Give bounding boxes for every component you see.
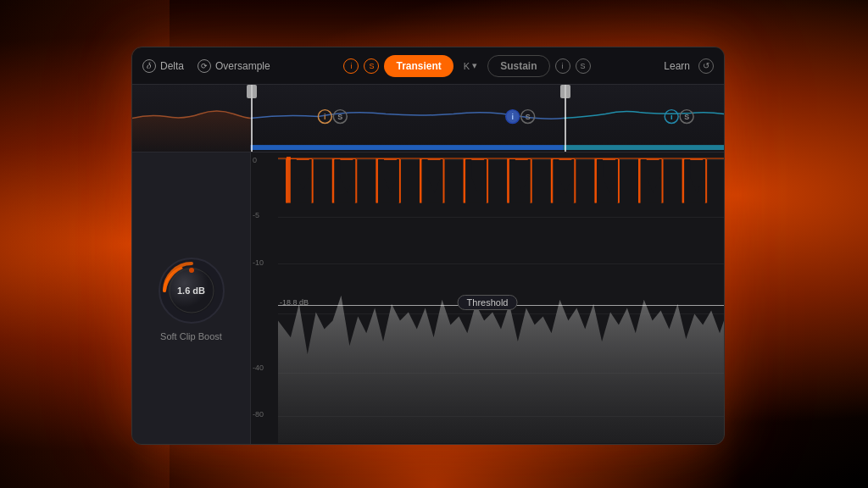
transient-solo-btn[interactable]: S [364, 58, 379, 74]
transient-info-btn[interactable]: i [343, 58, 359, 74]
left-panel: 1.6 dB Soft Clip Boost [132, 152, 251, 445]
oversample-button[interactable]: ⟳ Oversample [198, 59, 270, 73]
threshold-db-value: -18.8 dB [280, 298, 309, 307]
toolbar-right: Learn ↺ [664, 58, 714, 74]
svg-text:S: S [526, 114, 531, 122]
k-chevron: ▾ [472, 60, 477, 71]
svg-text:i: i [511, 114, 513, 122]
k-label: K [464, 61, 470, 71]
oversample-icon: ⟳ [198, 59, 211, 73]
plugin-window: 𝛿 Delta ⟳ Oversample i S Transient K ▾ S… [131, 47, 725, 445]
timeline-marker-start[interactable] [251, 85, 253, 152]
svg-rect-0 [251, 145, 564, 150]
db-label-0: 0 [253, 156, 260, 164]
knob-value-display: 1.6 dB [158, 257, 225, 324]
reset-button[interactable]: ↺ [698, 58, 714, 74]
learn-label[interactable]: Learn [664, 60, 690, 72]
knob-label: Soft Clip Boost [160, 331, 222, 341]
svg-text:i: i [324, 114, 326, 122]
marker-handle-start[interactable] [247, 85, 257, 98]
db-label-2: -10 [253, 258, 267, 267]
threshold-label[interactable]: Threshold [458, 295, 518, 310]
soft-clip-boost-knob[interactable]: 1.6 dB [158, 257, 225, 324]
db-label-4: -40 [253, 363, 267, 372]
sustain-info-btn[interactable]: i [555, 58, 570, 74]
waveform-section: i S i S i S [132, 85, 724, 152]
svg-text:S: S [337, 114, 342, 122]
toolbar: 𝛿 Delta ⟳ Oversample i S Transient K ▾ S… [132, 47, 724, 85]
svg-text:S: S [684, 114, 689, 122]
timeline-marker-end[interactable] [565, 85, 566, 152]
delta-icon: 𝛿 [142, 59, 156, 73]
waveform-display: i S i S i S [132, 85, 724, 152]
oversample-label: Oversample [215, 60, 270, 72]
analyzer-area: 0 -5 -10 -40 -80 [251, 152, 724, 445]
knob-value: 1.6 dB [177, 286, 205, 296]
mode-section: i S Transient K ▾ Sustain i S [284, 55, 651, 77]
db-label-5: -80 [253, 410, 267, 419]
main-display: 1.6 dB Soft Clip Boost 0 -5 -10 -40 -80 [132, 152, 724, 445]
delta-button[interactable]: 𝛿 Delta [142, 59, 184, 73]
marker-handle-end[interactable] [560, 85, 570, 98]
db-label-1: -5 [253, 211, 263, 219]
knob-container: 1.6 dB Soft Clip Boost [158, 257, 225, 341]
svg-rect-1 [564, 145, 724, 150]
sustain-mode-button[interactable]: Sustain [487, 55, 549, 77]
sustain-solo-btn[interactable]: S [576, 58, 591, 74]
threshold-text: Threshold [467, 297, 509, 308]
delta-label: Delta [160, 60, 184, 72]
transient-mode-button[interactable]: Transient [384, 55, 453, 77]
svg-text:i: i [670, 114, 672, 122]
k-mode-button[interactable]: K ▾ [459, 58, 482, 73]
